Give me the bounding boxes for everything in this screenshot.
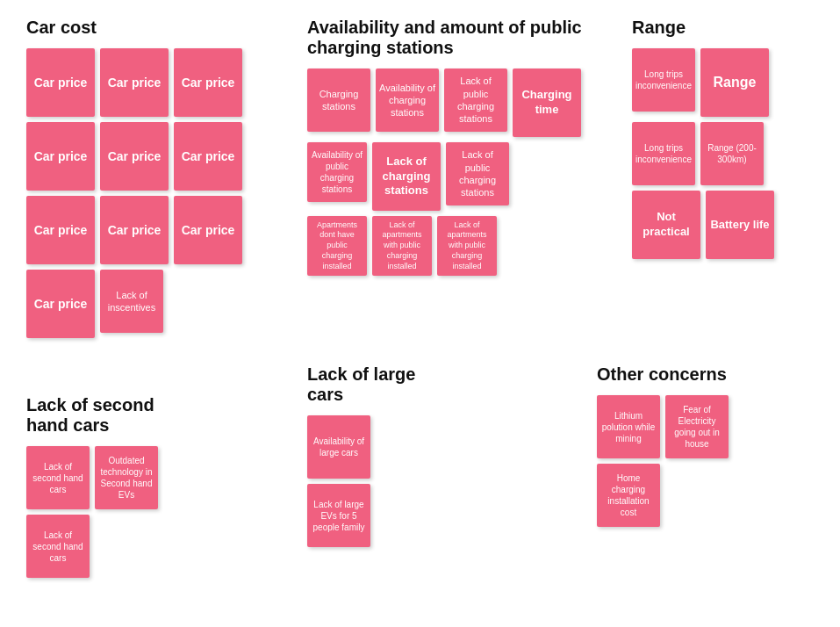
sticky-car-price-1[interactable]: Car price — [26, 48, 95, 117]
sticky-car-price-9[interactable]: Car price — [174, 196, 242, 264]
sticky-long-trips-1[interactable]: Long trips inconvenience — [632, 48, 695, 112]
secondhand-section: Lack of secondhand cars Lack of second h… — [26, 395, 202, 578]
sticky-range-1[interactable]: Range — [700, 48, 769, 117]
sticky-lack-public-1[interactable]: Lack of public charging stations — [444, 68, 507, 132]
largecars-title: Lack of largecars — [307, 364, 415, 405]
charging-title: Availability and amount of public chargi… — [307, 18, 588, 58]
car-cost-title: Car cost — [26, 18, 255, 38]
sticky-charging-time[interactable]: Charging time — [513, 68, 581, 137]
sticky-availability-charging-1[interactable]: Availability of charging stations — [376, 68, 439, 132]
other-section: Other concerns Lithium polution while mi… — [597, 364, 772, 527]
main-canvas: Car cost Car price Car price Car price C… — [0, 0, 840, 627]
sticky-lack-public-2[interactable]: Lack of public charging stations — [446, 142, 509, 205]
sticky-apartments-1[interactable]: Apartments dont have public charging ins… — [307, 216, 367, 276]
sticky-car-price-5[interactable]: Car price — [100, 122, 169, 191]
sticky-apartments-2[interactable]: Lack of apartments with public charging … — [372, 216, 432, 276]
sticky-apartments-3[interactable]: Lack of apartments with public charging … — [437, 216, 497, 276]
other-title: Other concerns — [597, 364, 772, 385]
charging-section: Availability and amount of public chargi… — [307, 18, 606, 276]
sticky-car-price-2[interactable]: Car price — [100, 48, 169, 117]
sticky-lithium-polution[interactable]: Lithium polution while mining — [597, 395, 660, 458]
sticky-fear-electricity[interactable]: Fear of Electricity going out in house — [665, 395, 729, 458]
sticky-lack-inscentives[interactable]: Lack of inscentives — [100, 270, 163, 333]
sticky-range-200[interactable]: Range (200-300km) — [700, 122, 764, 185]
sticky-car-price-3[interactable]: Car price — [174, 48, 242, 117]
sticky-car-price-10[interactable]: Car price — [26, 270, 95, 338]
sticky-battery-life[interactable]: Battery life — [706, 191, 774, 259]
range-section: Range Long trips inconvenience Range Lon… — [632, 18, 808, 259]
sticky-car-price-7[interactable]: Car price — [26, 196, 95, 264]
sticky-outdated-tech[interactable]: Outdated technology in Second hand EVs — [95, 446, 158, 509]
sticky-long-trips-2[interactable]: Long trips inconvenience — [632, 122, 695, 185]
largecars-section: Lack of largecars Availability of large … — [307, 364, 415, 547]
range-title: Range — [632, 18, 808, 38]
sticky-car-price-4[interactable]: Car price — [26, 122, 95, 191]
sticky-lack-large-evs[interactable]: Lack of large EVs for 5 people family — [307, 484, 370, 547]
sticky-availability-large-cars[interactable]: Availability of large cars — [307, 415, 370, 479]
sticky-not-practical[interactable]: Not practical — [632, 191, 700, 259]
sticky-home-charging-cost[interactable]: Home charging installation cost — [597, 464, 660, 527]
sticky-lack-secondhand-2[interactable]: Lack of second hand cars — [26, 515, 90, 578]
secondhand-title: Lack of secondhand cars — [26, 395, 202, 436]
sticky-car-price-8[interactable]: Car price — [100, 196, 169, 264]
car-cost-section: Car cost Car price Car price Car price C… — [26, 18, 255, 338]
sticky-lack-secondhand-1[interactable]: Lack of second hand cars — [26, 446, 90, 509]
sticky-charging-stations-1[interactable]: Charging stations — [307, 68, 370, 132]
sticky-car-price-6[interactable]: Car price — [174, 122, 242, 191]
sticky-availability-public-1[interactable]: Availability of public charging stations — [307, 142, 367, 202]
sticky-lack-charging-large[interactable]: Lack of charging stations — [372, 142, 441, 211]
